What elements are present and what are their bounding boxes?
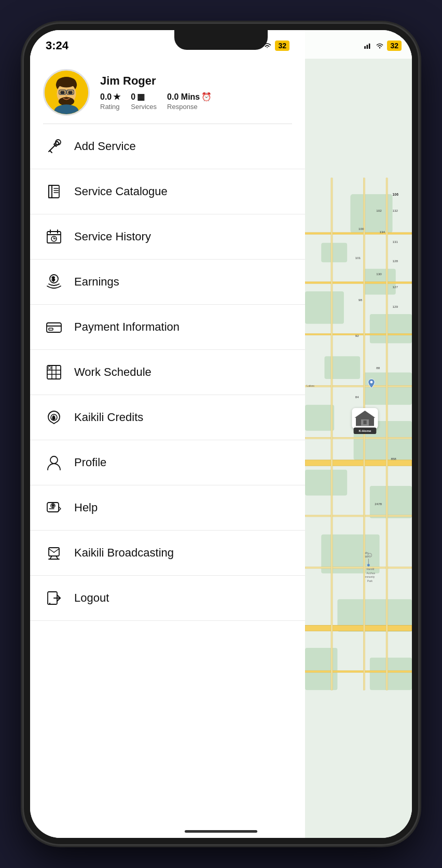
rating-stat: 0.0 ★ Rating xyxy=(100,92,120,111)
phone-frame: 3:24 32 xyxy=(24,24,418,844)
service-history-label: Service History xyxy=(74,230,151,243)
svg-text:106: 106 xyxy=(393,193,399,196)
broadcast-icon xyxy=(43,542,65,564)
svg-text:127: 127 xyxy=(393,285,398,289)
svg-text:mmunity: mmunity xyxy=(365,575,375,578)
svg-text:98: 98 xyxy=(358,298,362,302)
services-value: 0 ▦ xyxy=(131,92,145,102)
svg-point-14 xyxy=(57,77,76,87)
svg-text:?: ? xyxy=(52,504,54,508)
help-icon: ? xyxy=(43,497,65,519)
sidebar-item-payment-information[interactable]: Payment Information xyxy=(30,305,305,350)
phone-screen: 3:24 32 xyxy=(30,30,412,838)
user-stats: 0.0 ★ Rating 0 ▦ Services xyxy=(100,92,292,111)
svg-text:858: 858 xyxy=(391,457,396,460)
svg-point-109 xyxy=(370,381,372,384)
map-panel: 32 xyxy=(305,30,412,838)
svg-rect-89 xyxy=(331,178,333,690)
svg-rect-34 xyxy=(49,328,53,330)
sidebar-item-logout[interactable]: Logout xyxy=(30,576,305,621)
kaikili-broadcasting-label: Kaikili Broadcasting xyxy=(74,546,174,560)
profile-icon xyxy=(43,452,65,473)
sidebar-item-service-catalogue[interactable]: Service Catalogue xyxy=(30,169,305,214)
svg-rect-85 xyxy=(305,515,412,517)
book-icon xyxy=(43,181,65,202)
svg-rect-83 xyxy=(305,437,412,439)
svg-text:Acchus: Acchus xyxy=(367,572,376,575)
avatar xyxy=(43,69,90,116)
sidebar-item-kaikili-broadcasting[interactable]: Kaikili Broadcasting xyxy=(30,531,305,576)
sidebar-item-help[interactable]: ? Help xyxy=(30,485,305,531)
earnings-icon: $ xyxy=(43,271,65,293)
svg-rect-68 xyxy=(370,314,412,343)
notch xyxy=(174,30,268,50)
sidebar-item-service-history[interactable]: Service History xyxy=(30,214,305,260)
svg-rect-32 xyxy=(47,323,61,332)
credits-icon: $ xyxy=(43,406,65,428)
profile-section: Jim Roger 0.0 ★ Rating xyxy=(30,59,305,124)
rating-value: 0.0 ★ xyxy=(100,92,120,102)
svg-point-12 xyxy=(59,97,74,105)
svg-text:102: 102 xyxy=(376,209,382,212)
sidebar-item-earnings[interactable]: $ Earnings xyxy=(30,260,305,305)
svg-text:130: 130 xyxy=(376,272,382,276)
avatar-image xyxy=(45,71,88,115)
svg-point-43 xyxy=(50,456,58,464)
sidebar-item-work-schedule[interactable]: Work Schedule xyxy=(30,350,305,395)
svg-text:2478: 2478 xyxy=(375,502,382,506)
svg-text:84: 84 xyxy=(355,395,359,399)
response-stat: 0.0 Mins ⏰ Response xyxy=(167,92,212,111)
svg-line-52 xyxy=(49,549,54,552)
svg-point-11 xyxy=(65,95,67,97)
svg-point-125 xyxy=(367,564,370,566)
svg-rect-84 xyxy=(305,460,412,466)
grid-icon xyxy=(43,361,65,383)
rating-label: Rating xyxy=(100,103,120,111)
profile-label: Profile xyxy=(74,456,106,469)
logout-icon xyxy=(43,587,65,609)
svg-rect-18 xyxy=(49,185,59,198)
svg-line-49 xyxy=(50,556,52,559)
phone-container: 3:24 32 xyxy=(0,0,442,868)
svg-rect-91 xyxy=(386,178,388,690)
svg-rect-40 xyxy=(48,367,51,369)
svg-rect-113 xyxy=(363,421,366,424)
svg-text:101: 101 xyxy=(355,256,361,260)
svg-line-53 xyxy=(54,549,59,552)
status-time: 3:24 xyxy=(46,39,68,52)
battery-badge: 32 xyxy=(275,40,289,51)
service-catalogue-label: Service Catalogue xyxy=(74,185,168,198)
sidebar-item-add-service[interactable]: Add Service xyxy=(30,124,305,169)
home-bar xyxy=(185,830,257,833)
svg-rect-35 xyxy=(47,365,61,379)
menu-panel: 3:24 32 xyxy=(30,30,305,838)
response-value: 0.0 Mins ⏰ xyxy=(167,92,212,102)
svg-text:Park: Park xyxy=(367,579,373,582)
svg-rect-71 xyxy=(305,405,334,431)
svg-rect-88 xyxy=(305,671,412,673)
svg-text:dhi: dhi xyxy=(365,551,368,554)
svg-rect-78 xyxy=(370,658,412,690)
svg-text:100: 100 xyxy=(358,227,364,230)
wrench-icon xyxy=(43,135,65,157)
user-info: Jim Roger 0.0 ★ Rating xyxy=(100,74,292,111)
svg-rect-80 xyxy=(305,282,412,284)
svg-rect-79 xyxy=(305,233,412,235)
services-stat: 0 ▦ Services xyxy=(131,92,157,111)
sidebar-item-kaikili-credits[interactable]: $ Kaikili Credits xyxy=(30,395,305,440)
svg-rect-7 xyxy=(68,91,72,94)
svg-text:92: 92 xyxy=(355,334,359,337)
add-service-label: Add Service xyxy=(74,140,136,153)
svg-rect-86 xyxy=(305,567,412,568)
kaikili-credits-label: Kaikili Credits xyxy=(74,411,143,424)
svg-text:K-Home: K-Home xyxy=(359,429,371,432)
svg-text:134: 134 xyxy=(380,230,385,234)
svg-text:Harold: Harold xyxy=(367,567,375,571)
svg-rect-82 xyxy=(305,385,412,387)
sidebar-item-profile[interactable]: Profile xyxy=(30,440,305,485)
payment-icon xyxy=(43,316,65,338)
svg-text:Lakes: Lakes xyxy=(307,384,314,387)
svg-rect-6 xyxy=(60,91,64,94)
earnings-label: Earnings xyxy=(74,275,119,289)
svg-rect-48 xyxy=(49,548,59,556)
